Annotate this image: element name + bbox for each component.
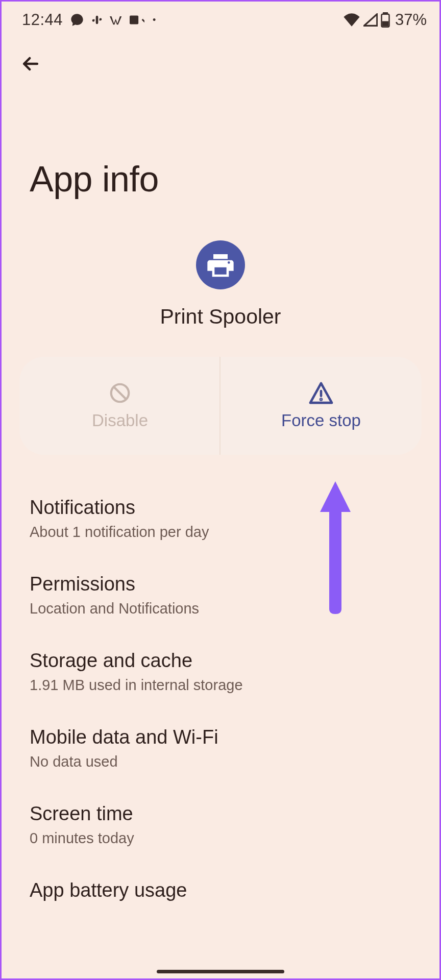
force-stop-button[interactable]: Force stop xyxy=(220,357,422,455)
disable-icon xyxy=(108,381,132,405)
setting-screen-time[interactable]: Screen time 0 minutes today xyxy=(30,787,411,863)
settings-list: Notifications About 1 notification per d… xyxy=(2,480,439,923)
back-button[interactable] xyxy=(2,37,439,87)
printer-icon xyxy=(206,252,235,278)
disable-label: Disable xyxy=(92,411,148,430)
app-name: Print Spooler xyxy=(160,305,281,329)
outlook-icon xyxy=(130,14,145,26)
more-dot: • xyxy=(153,15,156,26)
setting-title: Screen time xyxy=(30,803,411,825)
app-icon-1 xyxy=(110,14,124,26)
disable-button: Disable xyxy=(19,357,220,455)
actions-row: Disable Force stop xyxy=(19,357,422,455)
setting-battery[interactable]: App battery usage xyxy=(30,863,411,923)
svg-point-6 xyxy=(321,399,322,400)
setting-subtitle: No data used xyxy=(30,753,411,770)
force-stop-label: Force stop xyxy=(281,411,361,430)
wifi-icon xyxy=(343,13,360,27)
setting-subtitle: 0 minutes today xyxy=(30,830,411,847)
app-header: Print Spooler xyxy=(2,240,439,357)
setting-notifications[interactable]: Notifications About 1 notification per d… xyxy=(30,480,411,557)
setting-data[interactable]: Mobile data and Wi-Fi No data used xyxy=(30,710,411,787)
signal-icon xyxy=(363,13,378,27)
svg-rect-0 xyxy=(130,15,138,24)
status-time: 12:44 xyxy=(22,11,63,29)
page-title: App info xyxy=(2,87,439,240)
setting-title: Notifications xyxy=(30,497,411,519)
setting-subtitle: Location and Notifications xyxy=(30,600,411,617)
setting-storage[interactable]: Storage and cache 1.91 MB used in intern… xyxy=(30,633,411,710)
setting-subtitle: 1.91 MB used in internal storage xyxy=(30,677,411,694)
svg-rect-2 xyxy=(383,12,387,14)
nav-indicator[interactable] xyxy=(157,970,284,973)
status-notification-icons: • xyxy=(70,13,156,27)
setting-subtitle: About 1 notification per day xyxy=(30,524,411,541)
setting-title: Permissions xyxy=(30,573,411,595)
status-left: 12:44 • xyxy=(22,11,156,29)
status-right: 37% xyxy=(343,11,427,29)
battery-icon xyxy=(381,12,390,28)
setting-title: Storage and cache xyxy=(30,650,411,672)
arrow-back-icon xyxy=(19,53,42,75)
status-bar: 12:44 • 37% xyxy=(2,2,439,37)
setting-title: App battery usage xyxy=(30,879,411,901)
battery-percent: 37% xyxy=(395,11,427,29)
svg-rect-3 xyxy=(383,22,388,26)
slack-icon xyxy=(90,13,104,27)
app-icon xyxy=(196,240,245,289)
setting-permissions[interactable]: Permissions Location and Notifications xyxy=(30,557,411,633)
warning-icon xyxy=(308,381,334,405)
chat-icon xyxy=(70,13,84,27)
setting-title: Mobile data and Wi-Fi xyxy=(30,726,411,748)
